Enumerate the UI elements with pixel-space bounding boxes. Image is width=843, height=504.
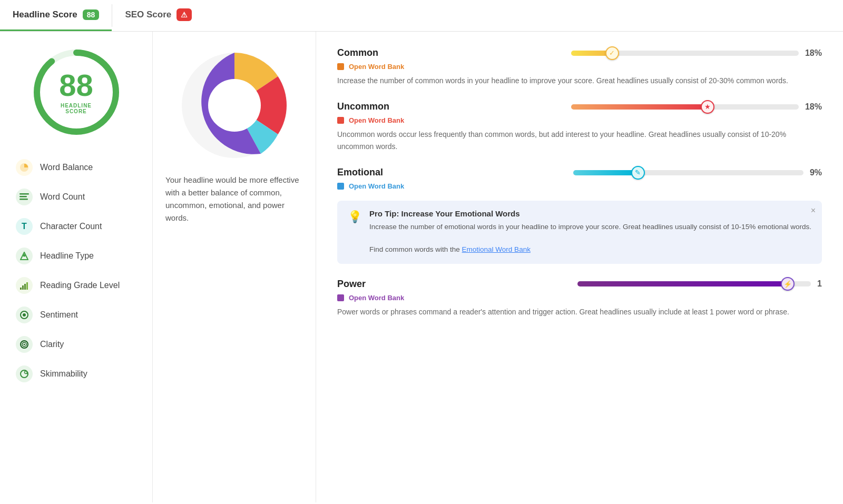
sidebar-item-label: Headline Type <box>40 251 94 261</box>
sidebar-menu: Word Balance Word Count T Character Coun… <box>11 153 142 389</box>
metric-uncommon: Uncommon ★ 18% Open Word Bank Uncommon w… <box>337 101 822 152</box>
pro-tip-content: Pro Tip: Increase Your Emotional Words I… <box>369 209 811 255</box>
common-word-bank[interactable]: Open Word Bank <box>337 63 404 71</box>
power-track: ⚡ <box>577 281 811 286</box>
sidebar-item-label: Word Balance <box>40 163 93 172</box>
common-bar-row: Common ✓ 18% <box>337 47 822 58</box>
pro-tip-box: 💡 Pro Tip: Increase Your Emotional Words… <box>337 201 822 264</box>
pro-tip-inner: 💡 Pro Tip: Increase Your Emotional Words… <box>348 209 811 255</box>
main-content: 88 HEADLINESCORE Word Balance Word Count… <box>0 32 843 502</box>
svg-point-21 <box>208 79 261 132</box>
clarity-icon <box>16 336 33 353</box>
emotional-icon: ✎ <box>631 166 645 180</box>
word-count-icon <box>16 189 33 205</box>
emotional-track: ✎ <box>573 170 803 175</box>
score-value: 88 <box>59 70 93 101</box>
emotional-bar-row: Emotional ✎ 9% <box>337 167 822 178</box>
svg-rect-11 <box>26 282 28 290</box>
uncommon-bar-row: Uncommon ★ 18% <box>337 101 822 112</box>
pro-tip-text: Increase the number of emotional words i… <box>369 221 811 255</box>
metric-power: Power ⚡ 1 Open Word Bank Power words or … <box>337 279 822 318</box>
pro-tip-close-button[interactable]: × <box>811 206 816 215</box>
sidebar-item-reading-grade[interactable]: Reading Grade Level <box>11 271 142 300</box>
tab-headline-label: Headline Score <box>13 9 77 20</box>
svg-rect-10 <box>24 284 26 290</box>
svg-rect-4 <box>19 196 27 197</box>
reading-grade-icon <box>16 277 33 294</box>
score-circle: 88 HEADLINESCORE <box>32 47 121 137</box>
svg-rect-3 <box>19 193 29 195</box>
character-count-icon: T <box>16 218 33 235</box>
score-display: 88 HEADLINESCORE <box>59 70 93 114</box>
power-word-bank-label: Open Word Bank <box>349 294 404 302</box>
word-balance-icon <box>16 159 33 176</box>
score-circle-container: 88 HEADLINESCORE <box>32 47 121 137</box>
pro-tip-bulb-icon: 💡 <box>348 210 362 255</box>
emotional-percent: 9% <box>810 168 822 177</box>
uncommon-percent: 18% <box>805 102 822 112</box>
power-bar-row: Power ⚡ 1 <box>337 279 822 290</box>
svg-rect-8 <box>20 288 22 290</box>
sidebar-item-label: Character Count <box>40 222 102 231</box>
power-word-bank[interactable]: Open Word Bank <box>337 294 404 302</box>
emotional-fill <box>573 170 638 175</box>
score-label: HEADLINESCORE <box>59 103 93 114</box>
sidebar-item-label: Word Count <box>40 192 85 202</box>
sidebar-item-skimmability[interactable]: Skimmability <box>11 359 142 389</box>
emotional-title: Emotional <box>337 167 567 178</box>
headline-type-icon <box>16 248 33 264</box>
sidebar-item-character-count[interactable]: T Character Count <box>11 212 142 241</box>
sidebar-item-clarity[interactable]: Clarity <box>11 330 142 359</box>
middle-description: Your headline would be more effective wi… <box>165 174 303 224</box>
common-track: ✓ <box>571 51 799 56</box>
uncommon-description: Uncommon words occur less frequently tha… <box>337 129 822 152</box>
uncommon-word-bank-label: Open Word Bank <box>349 116 404 124</box>
power-title: Power <box>337 279 571 290</box>
emotional-word-bank-link[interactable]: Emotional Word Bank <box>462 245 531 253</box>
svg-point-13 <box>23 313 26 317</box>
pro-tip-link-prefix: Find common words with the <box>369 245 462 253</box>
emotional-word-bank-label: Open Word Bank <box>349 182 404 190</box>
tab-seo-label: SEO Score <box>125 9 171 20</box>
uncommon-fill <box>571 104 708 110</box>
sidebar-item-label: Clarity <box>40 340 64 349</box>
uncommon-track: ★ <box>571 104 799 110</box>
right-panel: Common ✓ 18% Open Word Bank Increase the… <box>316 32 843 502</box>
uncommon-icon: ★ <box>701 100 714 114</box>
power-description: Power words or phrases command a reader'… <box>337 306 822 318</box>
tab-headline[interactable]: Headline Score 88 <box>0 0 112 31</box>
svg-rect-5 <box>19 199 28 200</box>
common-title: Common <box>337 47 565 58</box>
svg-point-16 <box>24 344 25 345</box>
tab-bar: Headline Score 88 SEO Score ⚠ <box>0 0 843 32</box>
sentiment-icon <box>16 307 33 323</box>
sidebar-item-word-count[interactable]: Word Count <box>11 182 142 212</box>
sidebar-item-label: Reading Grade Level <box>40 281 120 290</box>
common-percent: 18% <box>805 48 822 58</box>
uncommon-title: Uncommon <box>337 101 565 112</box>
sidebar-item-sentiment[interactable]: Sentiment <box>11 300 142 330</box>
middle-panel: Your headline would be more effective wi… <box>153 32 316 502</box>
uncommon-word-bank[interactable]: Open Word Bank <box>337 116 404 124</box>
skimmability-icon <box>16 365 33 382</box>
sidebar-item-label: Skimmability <box>40 369 87 379</box>
power-percent: 1 <box>817 279 822 289</box>
power-icon: ⚡ <box>781 277 795 291</box>
common-word-bank-label: Open Word Bank <box>349 63 404 71</box>
metric-emotional: Emotional ✎ 9% Open Word Bank 💡 <box>337 167 822 264</box>
seo-score-badge: ⚠ <box>177 8 192 21</box>
pro-tip-title: Pro Tip: Increase Your Emotional Words <box>369 209 811 218</box>
emotional-word-bank[interactable]: Open Word Bank <box>337 182 404 190</box>
common-description: Increase the number of common words in y… <box>337 75 822 86</box>
sidebar-item-word-balance[interactable]: Word Balance <box>11 153 142 182</box>
svg-rect-9 <box>22 285 24 290</box>
tab-seo[interactable]: SEO Score ⚠ <box>112 0 204 31</box>
power-fill <box>577 281 788 286</box>
sidebar-item-headline-type[interactable]: Headline Type <box>11 241 142 271</box>
metric-common: Common ✓ 18% Open Word Bank Increase the… <box>337 47 822 86</box>
sidebar-item-label: Sentiment <box>40 310 78 320</box>
common-icon: ✓ <box>605 46 619 60</box>
pie-chart <box>177 47 292 163</box>
sidebar: 88 HEADLINESCORE Word Balance Word Count… <box>0 32 153 502</box>
svg-point-7 <box>23 254 26 257</box>
